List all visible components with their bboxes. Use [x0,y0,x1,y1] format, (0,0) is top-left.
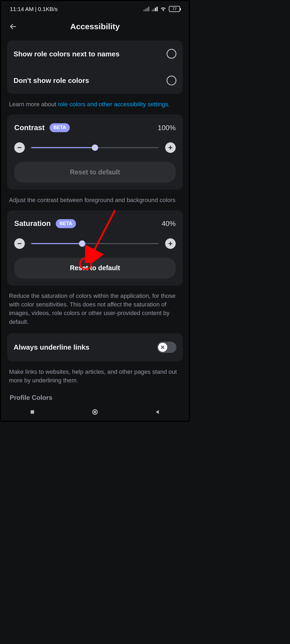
radio-dont-show-role-colors[interactable]: Don't show role colors [7,67,183,94]
contrast-card: Contrast BETA 100% Reset to default [7,115,183,190]
radio-label: Don't show role colors [13,76,89,84]
svg-rect-0 [31,410,34,414]
radio-show-role-colors-next-to-names[interactable]: Show role colors next to names [7,41,183,67]
increase-button[interactable] [165,142,176,153]
toggle-always-underline-links[interactable]: Always underline links [7,333,183,361]
saturation-title: Saturation [14,219,51,228]
saturation-value: 40% [162,219,176,227]
beta-badge: BETA [50,123,70,132]
status-time: 11:14 AM [10,6,34,12]
status-bar: 11:14 AM | 0.1KB/s 77 [1,1,189,17]
decrease-button[interactable] [14,142,25,153]
slider-thumb[interactable] [92,145,98,151]
app-header: Accessibility [1,17,189,36]
annotation-arrow [83,207,122,263]
page-title: Accessibility [1,22,189,31]
beta-badge: BETA [56,219,76,228]
underline-links-hint: Make links to websites, help articles, a… [7,361,183,391]
radio-label: Show role colors next to names [13,50,119,58]
signal-icon [143,7,149,11]
radio-icon [166,49,176,59]
toggle-switch[interactable] [157,342,176,353]
increase-button[interactable] [165,238,176,249]
radio-icon [166,76,176,86]
signal-icon [152,7,158,11]
role-colors-link[interactable]: role colors and other accessibility sett… [58,101,170,107]
role-colors-card: Show role colors next to names Don't sho… [7,41,183,94]
svg-line-3 [92,210,115,254]
contrast-value: 100% [158,124,176,131]
home-button[interactable] [91,408,99,416]
back-button[interactable] [8,22,18,31]
svg-point-2 [94,411,96,413]
underline-links-card: Always underline links [7,333,183,361]
saturation-hint: Reduce the saturation of colors within t… [7,286,183,332]
wifi-icon [160,6,166,12]
decrease-button[interactable] [14,238,25,249]
toggle-label: Always underline links [13,343,89,351]
role-colors-hint: Learn more about role colors and other a… [7,94,183,115]
contrast-title: Contrast [14,123,45,132]
status-speed: 0.1KB/s [38,6,57,12]
recent-apps-button[interactable] [28,408,37,416]
contrast-slider[interactable] [31,147,159,148]
back-nav-button[interactable] [153,408,162,416]
contrast-reset-button[interactable]: Reset to default [14,162,176,183]
toggle-knob-off [158,343,167,352]
battery-icon: 77 [169,6,180,12]
system-nav-bar [1,403,189,421]
profile-colors-heading: Profile Colors [7,391,183,402]
